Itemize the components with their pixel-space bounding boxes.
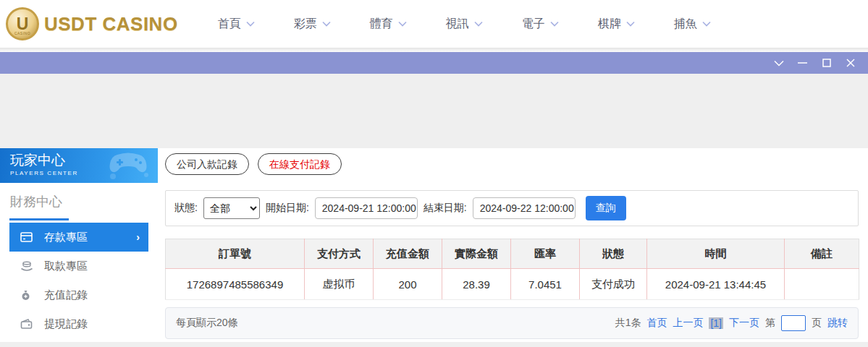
page-size-text: 每頁顯示20條 [176,317,238,330]
status-filter-label: 狀態: [174,202,198,215]
window-close-button[interactable] [838,52,862,74]
filter-bar: 狀態: 全部 開始日期: 結束日期: 查詢 [165,190,859,226]
total-count-text: 共1条 [615,317,641,330]
tab-online-payment-records[interactable]: 在線支付記錄 [258,153,342,175]
window-collapse-button[interactable] [767,52,791,74]
col-remark: 備註 [785,239,859,269]
tab-company-deposit-records[interactable]: 公司入款記錄 [165,153,249,175]
sidebar-item-withdraw-zone[interactable]: 取款專區 › [9,252,148,280]
main-nav: 首頁 彩票 體育 視訊 電子 棋牌 捕魚 [218,17,750,32]
jump-prefix-label: 第 [765,317,775,330]
chevron-down-icon [550,21,559,27]
start-date-input[interactable] [315,197,418,219]
gamepad-icon [104,150,152,183]
nav-label: 首頁 [218,17,241,32]
chevron-down-icon [626,21,635,27]
end-date-input[interactable] [473,197,576,219]
chevron-right-icon: › [136,231,140,243]
brand-name: USDT CASINO [44,13,178,35]
deposit-records-panel: 公司入款記錄 在線支付記錄 狀態: 全部 開始日期: 結束日期: 查詢 訂單號 … [158,148,868,342]
cell-time: 2024-09-21 13:44:45 [647,269,785,300]
nav-label: 捕魚 [674,17,697,32]
nav-item-fishing[interactable]: 捕魚 [674,17,750,32]
nav-item-board-games[interactable]: 棋牌 [598,17,674,32]
cell-status: 支付成功 [580,269,647,300]
col-exchange-rate: 匯率 [511,239,580,269]
sidebar-item-recharge-records[interactable]: 充值記錄 › [9,280,148,309]
start-date-label: 開始日期: [266,202,309,215]
top-header: U CASINO USDT CASINO 首頁 彩票 體育 視訊 電子 棋牌 [0,0,868,48]
maximize-icon [822,59,831,67]
money-bag-icon [20,289,35,301]
table-header-row: 訂單號 支付方式 充值金額 實際金額 匯率 狀態 時間 備註 [166,239,859,269]
cell-exchange-rate: 7.0451 [511,269,580,300]
nav-item-slots[interactable]: 電子 [522,17,598,32]
chevron-down-icon [322,21,331,27]
sidebar-item-label: 提現記錄 [44,317,88,331]
search-button[interactable]: 查詢 [586,196,626,220]
coin-caption: CASINO [14,31,30,35]
first-page-link[interactable]: 首页 [646,317,667,330]
end-date-label: 結束日期: [424,202,467,215]
table-row: 1726897485586349 虚拟币 200 28.39 7.0451 支付… [166,269,859,300]
nav-item-sports[interactable]: 體育 [370,17,446,32]
jump-suffix-label: 页 [812,317,822,330]
sidebar-item-label: 存款專區 [44,231,88,244]
window-maximize-button[interactable] [814,52,838,74]
sidebar-item-label: 取款專區 [44,260,88,273]
sidebar-menu: 存款專區 › 取款專區 › 充值記錄 › 提現記錄 › [0,223,158,338]
col-payment-method: 支付方式 [305,239,374,269]
close-icon [846,59,855,67]
col-order-number: 訂單號 [166,239,305,269]
section-active-underline [9,218,69,220]
sidebar-header: 玩家中心 PLAYERS CENTER [0,148,158,183]
deposit-card-icon [20,231,35,243]
hand-coins-icon [20,260,35,272]
brand-logo[interactable]: U CASINO USDT CASINO [6,7,178,40]
prev-page-link[interactable]: 上一页 [673,317,703,330]
cell-actual-amount: 28.39 [442,269,511,300]
status-select[interactable]: 全部 [203,197,260,219]
sidebar-item-label: 充值記錄 [44,288,88,302]
nav-label: 棋牌 [598,17,621,32]
players-center-sidebar: 玩家中心 PLAYERS CENTER 財務中心 [0,148,158,342]
coin-logo-icon: U CASINO [6,7,39,40]
chevron-down-icon [702,21,711,27]
col-time: 時間 [647,239,785,269]
cell-order-number: 1726897485586349 [166,269,305,300]
col-recharge-amount: 充值金額 [374,239,442,269]
chevron-down-icon [246,21,255,27]
nav-item-live-video[interactable]: 視訊 [446,17,522,32]
next-page-link[interactable]: 下一页 [729,317,759,330]
page-jump-input[interactable] [781,315,806,331]
chevron-down-icon [474,21,483,27]
sidebar-item-withdrawal-records[interactable]: 提現記錄 › [9,309,148,338]
chevron-down-icon [774,60,784,67]
nav-item-home[interactable]: 首頁 [218,17,294,32]
col-actual-amount: 實際金額 [442,239,511,269]
wallet-icon [20,318,35,330]
nav-label: 體育 [370,17,393,32]
minimize-icon [798,59,807,67]
current-page-badge: [1] [709,317,723,329]
nav-label: 視訊 [446,17,469,32]
nav-label: 電子 [522,17,545,32]
deposit-records-table: 訂單號 支付方式 充值金額 實際金額 匯率 狀態 時間 備註 172689748… [165,239,859,300]
cell-remark [785,269,859,300]
cell-recharge-amount: 200 [374,269,442,300]
window-minimize-button[interactable] [791,52,814,74]
col-status: 狀態 [580,239,647,269]
coin-letter: U [17,16,29,33]
pager-controls: 共1条 首页 上一页 [1] 下一页 第 页 跳转 [615,315,848,331]
record-type-tabs: 公司入款記錄 在線支付記錄 [165,153,859,175]
window-titlebar [0,52,868,74]
cell-payment-method: 虚拟币 [305,269,374,300]
chevron-down-icon [398,21,407,27]
pagination-bar: 每頁顯示20條 共1条 首页 上一页 [1] 下一页 第 页 跳转 [165,307,859,339]
finance-center-section-label: 財務中心 [10,193,158,210]
nav-label: 彩票 [294,17,317,32]
jump-button[interactable]: 跳转 [827,317,848,330]
sidebar-item-deposit-zone[interactable]: 存款專區 › [9,223,148,252]
nav-item-lottery[interactable]: 彩票 [294,17,370,32]
